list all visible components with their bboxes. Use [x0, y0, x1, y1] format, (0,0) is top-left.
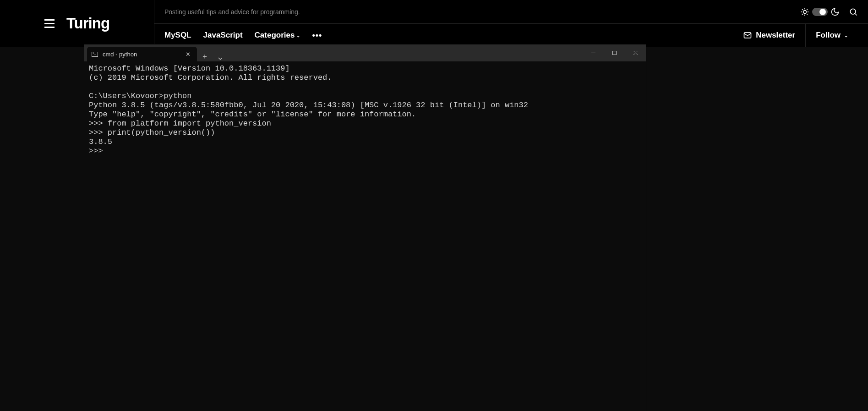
window-close-button[interactable]: [625, 44, 646, 61]
terminal-tab-title: cmd - python: [103, 51, 137, 58]
term-line: 3.8.5: [89, 137, 112, 146]
term-line: Microsoft Windows [Version 10.0.18363.11…: [89, 64, 290, 73]
term-line: (c) 2019 Microsoft Corporation. All righ…: [89, 73, 332, 82]
primary-nav: MySQL JavaScript Categories ⌄ •••: [164, 31, 322, 40]
terminal-tabstrip: cmd - python ✕ ＋: [84, 44, 228, 61]
header-right: Posting useful tips and advice for progr…: [154, 0, 868, 47]
svg-line-6: [807, 14, 808, 15]
window-controls: [583, 44, 646, 61]
nav-item-more[interactable]: •••: [312, 31, 322, 40]
nav-item-categories[interactable]: Categories ⌄: [255, 31, 300, 40]
terminal-titlebar[interactable]: cmd - python ✕ ＋: [84, 44, 646, 61]
term-line: C:\Users\Kovoor>python: [89, 92, 191, 100]
svg-line-7: [802, 14, 803, 15]
follow-label: Follow: [816, 31, 841, 40]
header-left: Turing: [0, 0, 154, 47]
nav-label: Categories: [255, 31, 295, 40]
top-controls: [800, 7, 858, 16]
newsletter-button[interactable]: Newsletter: [733, 24, 806, 47]
nav-right: Newsletter Follow ⌄: [733, 24, 858, 47]
search-icon[interactable]: [849, 7, 858, 16]
svg-point-0: [803, 10, 807, 13]
chevron-down-icon: ⌄: [296, 33, 300, 38]
tab-close-icon[interactable]: ✕: [184, 51, 192, 58]
terminal-window: cmd - python ✕ ＋ Microsoft Windows [Vers…: [84, 44, 646, 411]
term-line: Python 3.8.5 (tags/v3.8.5:580fbb0, Jul 2…: [89, 101, 528, 110]
svg-line-10: [855, 13, 857, 15]
nav-item-javascript[interactable]: JavaScript: [203, 31, 243, 40]
site-logo[interactable]: Turing: [66, 15, 109, 32]
term-line: Type "help", "copyright", "credits" or "…: [89, 110, 416, 119]
theme-toggle[interactable]: [812, 8, 828, 16]
term-line: >>> from platform import python_version: [89, 119, 271, 128]
menu-hamburger-icon[interactable]: [44, 19, 55, 28]
cmd-icon: [92, 52, 98, 57]
moon-icon: [830, 7, 840, 16]
follow-button[interactable]: Follow ⌄: [806, 24, 858, 47]
site-tagline: Posting useful tips and advice for progr…: [164, 8, 300, 16]
nav-row: MySQL JavaScript Categories ⌄ •••: [154, 24, 868, 47]
term-line: >>>: [89, 147, 108, 155]
sun-icon: [800, 7, 809, 16]
chevron-down-icon: ⌄: [844, 33, 848, 38]
newsletter-label: Newsletter: [756, 31, 795, 40]
theme-toggle-group: [800, 7, 840, 16]
svg-line-5: [802, 9, 803, 10]
tagline-row: Posting useful tips and advice for progr…: [154, 0, 868, 24]
terminal-tab-active[interactable]: cmd - python ✕: [87, 47, 197, 61]
site-header: Turing Posting useful tips and advice fo…: [0, 0, 868, 47]
window-maximize-button[interactable]: [604, 44, 625, 61]
nav-label: MySQL: [164, 31, 191, 40]
term-line: >>> print(python_version()): [89, 128, 215, 137]
svg-point-9: [850, 9, 856, 14]
svg-rect-13: [612, 51, 616, 55]
mail-icon: [743, 31, 752, 40]
window-minimize-button[interactable]: [583, 44, 604, 61]
terminal-body[interactable]: Microsoft Windows [Version 10.0.18363.11…: [84, 61, 646, 411]
new-tab-button[interactable]: ＋: [197, 52, 213, 61]
nav-item-mysql[interactable]: MySQL: [164, 31, 191, 40]
nav-label: JavaScript: [203, 31, 243, 40]
tab-dropdown-button[interactable]: [213, 56, 228, 61]
dots-icon: •••: [312, 31, 322, 40]
svg-line-8: [807, 9, 808, 10]
